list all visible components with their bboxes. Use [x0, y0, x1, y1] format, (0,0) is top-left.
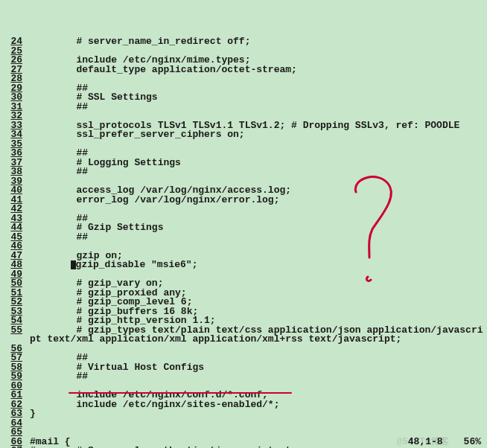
code-text: # Virtual Host Configs — [30, 363, 487, 373]
code-line: 31 ## — [0, 103, 487, 112]
code-text: error_log /var/log/nginx/error.log; — [30, 196, 487, 205]
cursor-position: 48,1-8 — [408, 438, 443, 447]
code-line-wrap: pt text/xml application/xml application/… — [0, 335, 487, 345]
status-bar: 48,1-8 56% — [0, 438, 487, 447]
code-text: ssl_prefer_server_ciphers on; — [30, 130, 487, 140]
code-text: include /etc/nginx/sites-enabled/*; — [30, 400, 487, 410]
code-line: 62 include /etc/nginx/sites-enabled/*; — [0, 400, 487, 410]
code-text: # Gzip Settings — [30, 223, 487, 233]
code-line: 45 ## — [0, 233, 487, 243]
code-line: 59 ## — [0, 372, 487, 382]
code-text: } — [30, 409, 487, 419]
code-text: ## — [30, 372, 487, 382]
code-line: 34 ssl_prefer_server_ciphers on; — [0, 130, 487, 140]
code-text: ## — [30, 233, 487, 243]
code-text: ## — [30, 167, 487, 177]
scroll-percent: 56% — [464, 438, 481, 447]
code-line: 24 # server_name_in_redirect off; — [0, 37, 487, 47]
code-line: 48 gzip_disable "msie6"; — [0, 260, 487, 270]
code-text: # Logging Settings — [30, 159, 487, 168]
cursor-icon — [71, 260, 76, 269]
editor-viewport[interactable]: 24 # server_name_in_redirect off;2526 in… — [0, 37, 487, 448]
code-line: 38 ## — [0, 167, 487, 177]
underline-annotation — [69, 392, 292, 394]
code-text — [30, 74, 487, 84]
code-line: 63} — [0, 409, 487, 419]
code-text: # SSL Settings — [30, 93, 487, 103]
line-number: 55 — [0, 326, 24, 336]
code-text — [30, 140, 487, 150]
code-line: 41 error_log /var/log/nginx/error.log; — [0, 196, 487, 205]
code-line: 27 default_type application/octet-stream… — [0, 65, 487, 75]
code-text — [30, 205, 487, 214]
code-text: default_type application/octet-stream; — [30, 65, 487, 75]
code-line: 64 — [0, 419, 487, 429]
code-text: gzip_disable "msie6"; — [30, 260, 487, 270]
code-line: 47 gzip on; — [0, 252, 487, 261]
code-text: # server_name_in_redirect off; — [30, 37, 487, 47]
code-text: ## — [30, 103, 487, 112]
code-text — [30, 345, 487, 354]
code-text — [30, 419, 487, 429]
